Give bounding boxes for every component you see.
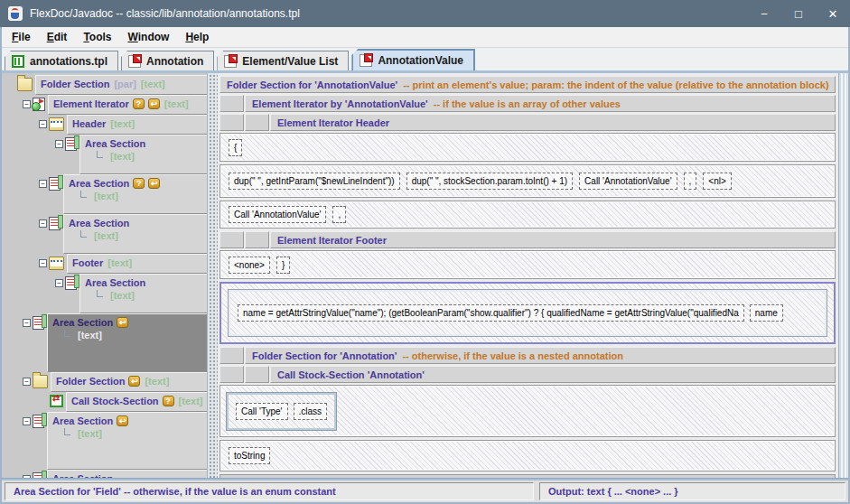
tree-node-cell[interactable]: Area Section[text] [47, 470, 207, 478]
code-chip[interactable]: } [276, 257, 290, 274]
code-chip[interactable]: Call 'Type' [236, 403, 288, 420]
tree-expander-icon[interactable]: − [23, 319, 31, 327]
content-box[interactable]: Call 'AnnotationValue', [220, 201, 836, 229]
code-chip[interactable]: { [229, 139, 242, 156]
code-chip[interactable]: , [332, 206, 346, 223]
tree-node-line: Area Section↩ [52, 415, 203, 426]
tree-expander-icon[interactable]: − [39, 219, 47, 228]
menu-item-file[interactable]: File [4, 28, 39, 46]
tree-node[interactable]: −Area Section[text] [2, 214, 207, 254]
maximize-button[interactable]: □ [781, 0, 816, 27]
tree-node[interactable]: −Folder Section↩[text] [2, 372, 207, 392]
section-header[interactable]: Folder Section for 'AnnotationValue'-- p… [220, 76, 836, 93]
code-chip[interactable]: name = getAttrStringValue("name"); (getB… [238, 304, 744, 322]
tree-expander-icon[interactable]: − [23, 378, 31, 386]
tree-node-subtext: [text] [110, 290, 135, 301]
tab-element-value-list[interactable]: Element/Value List [217, 51, 349, 70]
tree-node[interactable]: −Area Section?↩[text] [2, 174, 207, 214]
content-box[interactable]: <none>} [220, 250, 836, 279]
content-box[interactable]: Call 'Type'.class [220, 385, 836, 437]
code-chip[interactable]: dup(" ", getIntParam("$newLineIndent")) [229, 173, 400, 190]
tree-node[interactable]: −Area Section↩[text] [2, 412, 207, 470]
vertical-scrollbar[interactable] [838, 73, 847, 478]
template-editor-panel: Folder Section for 'AnnotationValue'-- p… [218, 73, 848, 478]
header-indent-gutter [220, 366, 244, 383]
content-box[interactable]: toString [220, 440, 836, 471]
horizontal-scrollbar[interactable] [220, 474, 836, 478]
code-chip[interactable]: , [684, 173, 697, 190]
tree-node-cell[interactable]: Folder Section↩[text] [51, 372, 207, 392]
close-button[interactable]: ✕ [816, 0, 850, 27]
status-message-text: Area Section for 'Field' -- otherwise, i… [14, 486, 336, 497]
tree-node-cell[interactable]: Area Section↩[text] [47, 313, 207, 372]
tab-annotation[interactable]: Annotation [121, 51, 214, 70]
code-chip[interactable]: .class [294, 403, 328, 420]
elbow-connector-icon [64, 330, 70, 337]
tab-annotations-tpl[interactable]: annotations.tpl [5, 51, 118, 70]
menu-item-edit[interactable]: Edit [39, 28, 76, 46]
code-chip[interactable]: Call 'AnnotationValue' [579, 173, 677, 190]
tree-rail [2, 313, 23, 372]
tree-node-cell[interactable]: Area Section[text] [63, 214, 207, 254]
tree-node-tag: [text] [179, 396, 203, 406]
section-header[interactable]: Folder Section for 'Annotation'-- otherw… [245, 347, 836, 364]
tree-node[interactable]: −Element Iterator?↩[text] [2, 95, 207, 115]
tab-annotationvalue[interactable]: AnnotationValue [351, 49, 475, 70]
tree-node-cell[interactable]: Footer[text] [67, 254, 207, 274]
tree-node-cell[interactable]: Header[text] [67, 115, 207, 135]
tree-expander-icon[interactable]: − [55, 140, 63, 148]
window-body: FileEditToolsWindowHelp annotations.tplA… [0, 27, 850, 504]
tree-expander-icon[interactable]: − [23, 475, 31, 478]
menu-item-help[interactable]: Help [177, 28, 217, 46]
section-header[interactable]: Element Iterator by 'AnnotationValue'-- … [245, 95, 836, 112]
area-icon [33, 472, 44, 478]
code-chip[interactable]: <nl> [703, 173, 731, 190]
code-chip[interactable]: toString [229, 447, 270, 464]
tree-node-cell[interactable]: Area Section?↩[text] [63, 174, 207, 214]
tree-node[interactable]: −Area Section[text] [2, 274, 207, 313]
tree-expander-icon[interactable]: − [55, 279, 63, 287]
menu-item-tools[interactable]: Tools [75, 28, 119, 46]
menu-item-window[interactable]: Window [120, 28, 178, 46]
tree-node-title: Area Section [85, 277, 145, 288]
tree-node[interactable]: −Area Section[text] [2, 470, 207, 478]
splitter-handle[interactable] [208, 73, 218, 478]
tree-node[interactable]: −Footer[text] [2, 254, 207, 274]
elbow-connector-icon [64, 428, 70, 435]
java-app-icon [8, 6, 23, 21]
tree-node-cell[interactable]: Area Section↩[text] [47, 412, 207, 470]
tree-node-cell[interactable]: Folder Section[par][text] [35, 75, 207, 95]
tree-node-title: Element Iterator [53, 98, 129, 109]
tree-node-cell[interactable]: Area Section[text] [79, 135, 207, 174]
content-box-selected[interactable]: name = getAttrStringValue("name"); (getB… [220, 282, 836, 344]
tree-node-title: Folder Section [56, 376, 125, 387]
tree-node[interactable]: −Area Section↩[text] [2, 313, 207, 372]
section-header[interactable]: Element Iterator Footer [270, 231, 836, 248]
code-chip[interactable]: <none> [229, 257, 270, 274]
tree-node[interactable]: −Area Section[text] [2, 135, 207, 174]
tree-expander-icon[interactable]: − [23, 417, 31, 425]
editor-rows: Folder Section for 'AnnotationValue'-- p… [220, 76, 836, 471]
editor-header-row: Folder Section for 'AnnotationValue'-- p… [220, 76, 836, 93]
tree-node[interactable]: −Header[text] [2, 115, 207, 135]
code-chip[interactable]: Call 'AnnotationValue' [229, 206, 326, 223]
tree-node[interactable]: Call Stock-Section?[text] [2, 392, 207, 412]
tree-expander-icon[interactable]: − [39, 120, 47, 128]
tree-rail [2, 372, 23, 392]
tree-expander-icon[interactable]: − [23, 100, 31, 108]
minimize-button[interactable]: − [747, 0, 781, 27]
tree-expander-icon[interactable]: − [39, 259, 47, 267]
tree-expander-icon[interactable]: − [39, 180, 47, 188]
section-comment: -- if the value is an array of other val… [434, 98, 621, 109]
content-box[interactable]: { [220, 133, 836, 162]
code-chip[interactable]: name [750, 304, 783, 322]
section-header[interactable]: Call Stock-Section 'Annotation' [270, 366, 836, 383]
content-box[interactable]: dup(" ", getIntParam("$newLineIndent"))d… [220, 164, 836, 198]
code-chip[interactable]: dup(" ", stockSection.param.toInt() + 1) [406, 173, 573, 190]
tree-node-cell[interactable]: Element Iterator?↩[text] [48, 95, 207, 115]
title-bar[interactable]: FlexDoc/Javadoc -- classic/lib/annotatio… [0, 0, 850, 27]
tree-node[interactable]: Folder Section[par][text] [2, 75, 207, 95]
tree-node-cell[interactable]: Call Stock-Section?[text] [66, 392, 207, 412]
section-header[interactable]: Element Iterator Header [270, 114, 836, 131]
tree-node-cell[interactable]: Area Section[text] [79, 274, 207, 313]
